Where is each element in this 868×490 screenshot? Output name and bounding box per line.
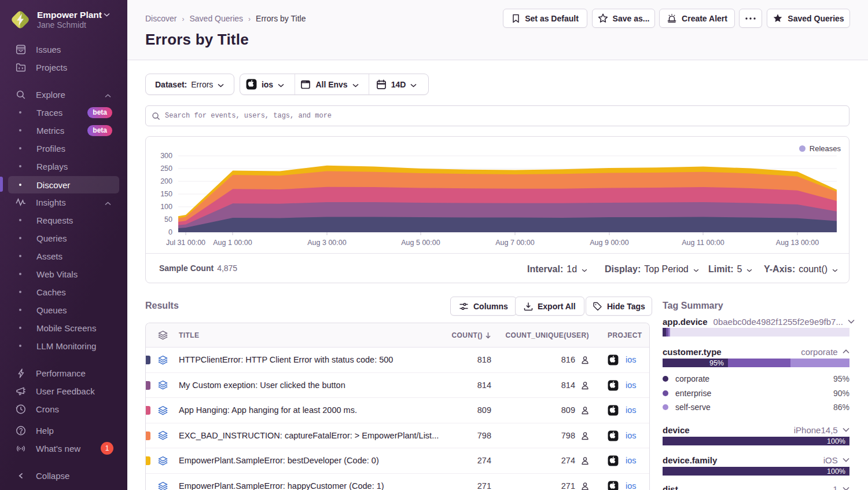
- svg-text:Aug 3 00:00: Aug 3 00:00: [307, 239, 346, 247]
- svg-text:Aug 7 00:00: Aug 7 00:00: [495, 239, 534, 247]
- svg-text:250: 250: [160, 164, 172, 173]
- svg-text:Aug 5 00:00: Aug 5 00:00: [401, 239, 440, 247]
- svg-text:Aug 11 00:00: Aug 11 00:00: [682, 239, 724, 247]
- svg-text:100: 100: [160, 203, 172, 211]
- svg-text:Aug 13 00:00: Aug 13 00:00: [776, 239, 819, 247]
- svg-text:300: 300: [160, 152, 172, 160]
- svg-text:200: 200: [160, 177, 172, 185]
- svg-text:Aug 1 00:00: Aug 1 00:00: [213, 239, 252, 247]
- svg-text:50: 50: [164, 215, 172, 224]
- svg-text:0: 0: [168, 228, 172, 236]
- svg-text:150: 150: [160, 190, 172, 198]
- svg-text:Jul 31 00:00: Jul 31 00:00: [166, 239, 205, 247]
- svg-text:Aug 9 00:00: Aug 9 00:00: [590, 239, 628, 247]
